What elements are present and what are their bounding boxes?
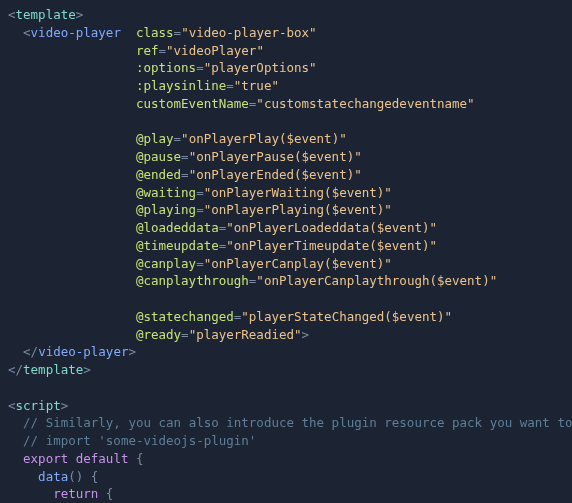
attr-playsinline-k: :playsinline [136, 78, 226, 93]
attr-options-k: :options [136, 60, 196, 75]
kw-default: default [76, 451, 129, 466]
attr-ended-k: @ended [136, 167, 181, 182]
attr-timeupdate-k: @timeupdate [136, 238, 219, 253]
attr-ref-k: ref [136, 43, 159, 58]
attr-canplaythrough-v: onPlayerCanplaythrough($event) [264, 273, 490, 288]
attr-play-k: @play [136, 131, 174, 146]
kw-return: return [53, 486, 98, 501]
attr-loadeddata-k: @loadeddata [136, 220, 219, 235]
attr-ref-v: videoPlayer [174, 43, 257, 58]
attr-ready-v: playerReadied [196, 327, 294, 342]
attr-class-k: class [136, 25, 174, 40]
attr-canplaythrough-k: @canplaythrough [136, 273, 249, 288]
fn-data: data [38, 469, 68, 484]
attr-waiting-v: onPlayerWaiting($event) [211, 185, 384, 200]
attr-ended-v: onPlayerEnded($event) [196, 167, 354, 182]
attr-statechanged-k: @statechanged [136, 309, 234, 324]
attr-waiting-k: @waiting [136, 185, 196, 200]
attr-custom-event-k: customEventName [136, 96, 249, 111]
comment-line-2: // import 'some-videojs-plugin' [23, 433, 256, 448]
attr-timeupdate-v: onPlayerTimeupdate($event) [234, 238, 430, 253]
attr-class-v: video-player-box [189, 25, 309, 40]
tag-script-open: script [16, 398, 61, 413]
attr-playing-k: @playing [136, 202, 196, 217]
attr-custom-event-v: customstatechangedeventname [264, 96, 467, 111]
attr-playsinline-v: true [241, 78, 271, 93]
code-block: <template> <video-player class="video-pl… [0, 0, 572, 503]
attr-pause-k: @pause [136, 149, 181, 164]
attr-ready-k: @ready [136, 327, 181, 342]
kw-export: export [23, 451, 68, 466]
comment-line-1: // Similarly, you can also introduce the… [23, 415, 572, 430]
tag-video-player-close: video-player [38, 344, 128, 359]
attr-pause-v: onPlayerPause($event) [196, 149, 354, 164]
attr-canplay-v: onPlayerCanplay($event) [211, 256, 384, 271]
attr-options-v: playerOptions [211, 60, 309, 75]
tag-video-player-open: video-player [31, 25, 121, 40]
tag-template-close: template [23, 362, 83, 377]
attr-loadeddata-v: onPlayerLoadeddata($event) [234, 220, 430, 235]
tag-template-open: template [16, 7, 76, 22]
attr-play-v: onPlayerPlay($event) [189, 131, 340, 146]
attr-statechanged-v: playerStateChanged($event) [249, 309, 445, 324]
attr-playing-v: onPlayerPlaying($event) [211, 202, 384, 217]
attr-canplay-k: @canplay [136, 256, 196, 271]
